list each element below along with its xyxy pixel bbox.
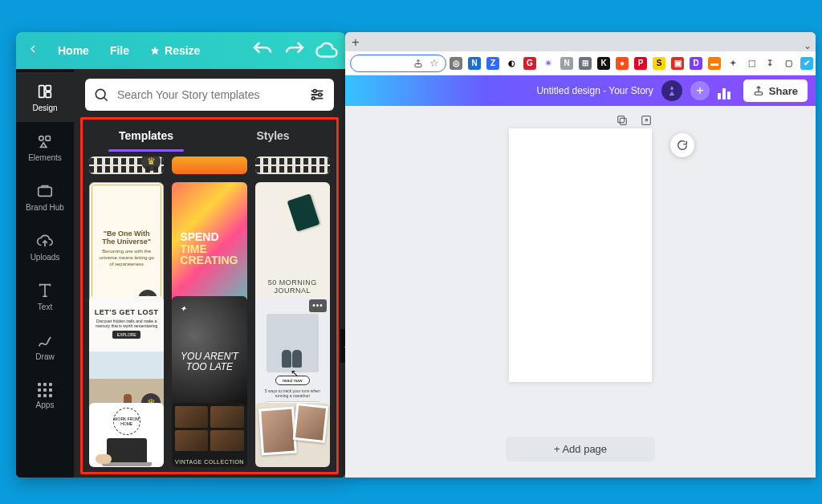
rail-brand-hub-label: Brand Hub: [26, 203, 64, 212]
card-line: TIME: [180, 243, 206, 255]
search-icon: [93, 87, 109, 103]
new-tab-button[interactable]: +: [347, 34, 364, 51]
tab-styles[interactable]: Styles: [210, 120, 336, 152]
undo-button[interactable]: [250, 39, 275, 63]
omnibox[interactable]: ☆: [350, 55, 446, 72]
card-subtitle: 5 ways to track your runs when running a…: [260, 388, 325, 398]
app-top-bar: Home File Resize: [16, 32, 345, 69]
artboard[interactable]: [509, 128, 652, 382]
rail-elements[interactable]: Elements: [16, 122, 74, 172]
extension-icon[interactable]: ◐: [505, 57, 518, 70]
extension-icon[interactable]: ✦: [726, 57, 739, 70]
document-title[interactable]: Untitled design - Your Story: [536, 85, 653, 96]
template-card[interactable]: [255, 156, 330, 174]
svg-rect-21: [618, 116, 625, 123]
svg-marker-6: [41, 142, 47, 147]
share-page-icon[interactable]: [413, 59, 423, 68]
extensions-row: ◎NZ◐G✴N⊞K●PS▣D▬✦⬚↧▢✔: [450, 57, 815, 70]
svg-rect-19: [755, 92, 762, 96]
rail-design[interactable]: Design: [16, 72, 74, 122]
menu-file[interactable]: File: [104, 41, 136, 60]
rail-uploads[interactable]: Uploads: [16, 222, 74, 271]
cloud-sync-icon[interactable]: [315, 39, 339, 63]
svg-point-13: [313, 90, 316, 93]
hand-icon: [96, 454, 112, 464]
template-search[interactable]: [85, 79, 334, 111]
insights-button[interactable]: [718, 82, 735, 100]
redo-button[interactable]: [283, 39, 307, 63]
card-subtitle: Becoming one with the universe means let…: [97, 249, 156, 267]
canvas-area[interactable]: + Add page: [345, 106, 816, 478]
more-icon[interactable]: •••: [309, 299, 327, 312]
tabs-overflow-button[interactable]: ⌄: [800, 40, 816, 51]
template-card[interactable]: VINTAGE COLLECTION: [172, 403, 246, 467]
card-line: CREATING: [180, 254, 238, 266]
user-avatar[interactable]: [661, 80, 682, 101]
menu-resize-label: Resize: [165, 44, 200, 57]
rail-uploads-label: Uploads: [31, 253, 60, 262]
svg-marker-0: [151, 47, 159, 55]
template-card[interactable]: ♛: [89, 156, 164, 174]
svg-rect-1: [39, 85, 44, 97]
left-icon-rail: Design Elements Brand Hub Uploads Text: [16, 69, 74, 478]
card-title: YOU AREN'T TOO LATE: [177, 352, 242, 374]
extension-icon[interactable]: D: [690, 57, 702, 70]
extension-icon[interactable]: ▬: [708, 57, 721, 70]
rail-draw[interactable]: Draw: [16, 321, 74, 371]
search-input[interactable]: [117, 88, 300, 101]
template-card[interactable]: [172, 156, 246, 174]
extension-icon[interactable]: G: [523, 57, 536, 70]
highlighted-region: Templates Styles ♛ "Be One With The Univ…: [80, 117, 339, 474]
page-tools: [616, 114, 653, 127]
rail-apps-label: Apps: [36, 400, 55, 409]
extension-icon[interactable]: ●: [616, 57, 629, 70]
cursor-icon: ↖: [291, 368, 299, 379]
extension-icon[interactable]: Z: [486, 57, 499, 70]
rail-text-label: Text: [38, 303, 52, 311]
svg-rect-2: [46, 85, 51, 90]
card-subtitle: Discover hidden trails and make a memory…: [89, 319, 164, 328]
rail-apps[interactable]: Apps: [16, 371, 74, 421]
menu-home[interactable]: Home: [51, 41, 96, 60]
extension-icon[interactable]: ▣: [671, 57, 684, 70]
add-page-button[interactable]: + Add page: [506, 437, 655, 461]
template-card[interactable]: [255, 403, 330, 467]
extension-icon[interactable]: P: [634, 57, 647, 70]
extension-icon[interactable]: ✔: [800, 57, 813, 70]
extension-icon[interactable]: ✴: [542, 57, 555, 70]
extension-icon[interactable]: ⬚: [745, 57, 758, 70]
menu-resize[interactable]: Resize: [144, 41, 206, 60]
svg-point-10: [96, 89, 105, 99]
tab-templates[interactable]: Templates: [83, 120, 210, 152]
star-icon[interactable]: ☆: [429, 57, 439, 69]
share-label: Share: [769, 85, 798, 97]
back-button[interactable]: [22, 43, 43, 59]
extension-icon[interactable]: S: [653, 57, 665, 70]
extension-icon[interactable]: ↧: [763, 57, 776, 70]
extension-icon[interactable]: N: [560, 57, 573, 70]
svg-rect-7: [39, 187, 52, 196]
duplicate-page-icon[interactable]: [616, 114, 629, 127]
extension-icon[interactable]: ⊞: [579, 57, 592, 70]
apps-icon: [38, 383, 52, 397]
svg-point-17: [312, 97, 315, 100]
laptop-icon: [107, 438, 147, 462]
browser-window: + ⌄ ☆ ◎NZ◐G✴N⊞K●PS▣D▬✦⬚↧▢✔ ⋮ Untitled de…: [345, 32, 816, 478]
extension-icon[interactable]: ▢: [782, 57, 795, 70]
rail-text[interactable]: Text: [16, 271, 74, 321]
crown-badge-icon: ♛: [141, 156, 161, 171]
svg-line-11: [104, 98, 108, 101]
regenerate-button[interactable]: [670, 133, 694, 157]
filter-icon[interactable]: [308, 86, 326, 104]
extension-icon[interactable]: ◎: [450, 57, 462, 70]
extension-icon[interactable]: N: [468, 57, 481, 70]
share-button[interactable]: Share: [743, 79, 808, 102]
open-page-icon[interactable]: [640, 114, 653, 127]
template-card[interactable]: WORK FROM HOME: [89, 403, 164, 467]
card-title: LET'S GET LOST: [95, 308, 159, 316]
card-line: SPEND: [180, 231, 218, 243]
add-collaborator-button[interactable]: +: [690, 81, 710, 100]
rail-design-label: Design: [32, 104, 57, 112]
rail-brand-hub[interactable]: Brand Hub: [16, 172, 74, 222]
extension-icon[interactable]: K: [597, 57, 610, 70]
